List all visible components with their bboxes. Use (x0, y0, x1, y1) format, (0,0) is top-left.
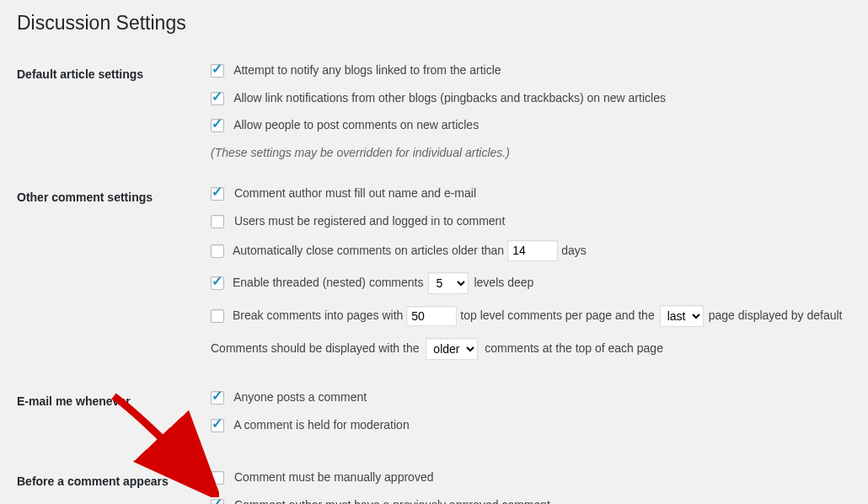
row-require-name-email[interactable]: Comment author must fill out name and e-… (211, 185, 843, 202)
label-close-comments-suffix: days (561, 243, 587, 260)
label-notify-blogs: Attempt to notify any blogs linked to fr… (233, 63, 501, 77)
checkbox-close-comments[interactable] (211, 244, 224, 258)
label-paginate-prefix: Break comments into pages with (233, 308, 403, 324)
row-threaded[interactable]: Enable threaded (nested) comments 5 leve… (211, 272, 843, 294)
label-manual-approve: Comment must be manually approved (234, 470, 434, 484)
checkbox-previously-approved[interactable] (211, 499, 224, 504)
section-heading-default-article: Default article settings (17, 50, 202, 173)
label-order-suffix: comments at the top of each page (485, 341, 663, 355)
row-allow-comments[interactable]: Allow people to post comments on new art… (211, 117, 843, 134)
checkbox-notify-blogs[interactable] (211, 64, 224, 78)
label-paginate-suffix: page displayed by default (709, 308, 843, 324)
label-allow-pings: Allow link notifications from other blog… (233, 91, 666, 105)
input-paginate-per-page[interactable] (406, 306, 457, 327)
section-heading-before-appears: Before a comment appears (17, 457, 202, 504)
label-require-registration: Users must be registered and logged in t… (234, 214, 505, 228)
checkbox-require-name-email[interactable] (211, 187, 224, 201)
row-notify-blogs[interactable]: Attempt to notify any blogs linked to fr… (211, 62, 843, 79)
checkbox-held-moderation[interactable] (211, 419, 224, 432)
input-close-comments-days[interactable] (507, 240, 558, 261)
page-title: Discussion Settings (17, 8, 851, 35)
checkbox-paginate[interactable] (211, 309, 224, 323)
settings-table: Default article settings Attempt to noti… (17, 50, 851, 504)
section-heading-email-me: E-mail me whenever (17, 377, 202, 457)
section-body-before-appears: Comment must be manually approved Commen… (202, 457, 851, 504)
label-require-name-email: Comment author must fill out name and e-… (234, 186, 476, 200)
section-body-email-me: Anyone posts a comment A comment is held… (202, 377, 851, 457)
section-body-other-comment: Comment author must fill out name and e-… (202, 173, 851, 377)
label-order-prefix: Comments should be displayed with the (211, 341, 419, 355)
note-override: (These settings may be overridden for in… (211, 145, 843, 160)
row-held-moderation[interactable]: A comment is held for moderation (211, 417, 843, 434)
row-require-registration[interactable]: Users must be registered and logged in t… (211, 213, 843, 230)
select-threaded-levels[interactable]: 5 (428, 272, 469, 294)
checkbox-allow-pings[interactable] (211, 92, 224, 105)
label-held-moderation: A comment is held for moderation (233, 418, 410, 432)
label-threaded-prefix: Enable threaded (nested) comments (233, 275, 423, 292)
row-manual-approve[interactable]: Comment must be manually approved (211, 469, 843, 486)
label-close-comments-prefix: Automatically close comments on articles… (233, 243, 504, 260)
row-previously-approved[interactable]: Comment author must have a previously ap… (211, 497, 843, 504)
label-paginate-mid: top level comments per page and the (460, 308, 654, 324)
section-heading-other-comment: Other comment settings (17, 173, 202, 377)
checkbox-manual-approve[interactable] (211, 471, 224, 485)
row-allow-pings[interactable]: Allow link notifications from other blog… (211, 90, 843, 107)
row-comment-order: Comments should be displayed with the ol… (211, 338, 843, 360)
checkbox-require-registration[interactable] (211, 215, 224, 228)
label-allow-comments: Allow people to post comments on new art… (233, 118, 479, 131)
section-body-default-article: Attempt to notify any blogs linked to fr… (202, 50, 851, 173)
row-anyone-posts[interactable]: Anyone posts a comment (211, 389, 843, 406)
select-paginate-default[interactable]: last (660, 305, 704, 327)
row-paginate[interactable]: Break comments into pages with top level… (211, 305, 843, 327)
checkbox-allow-comments[interactable] (211, 119, 224, 132)
select-comment-order[interactable]: older (426, 338, 478, 360)
label-threaded-suffix: levels deep (474, 275, 533, 292)
label-previously-approved: Comment author must have a previously ap… (234, 498, 550, 504)
checkbox-anyone-posts[interactable] (211, 391, 224, 405)
checkbox-threaded[interactable] (211, 276, 224, 290)
label-anyone-posts: Anyone posts a comment (233, 390, 367, 404)
row-close-comments[interactable]: Automatically close comments on articles… (211, 240, 843, 261)
